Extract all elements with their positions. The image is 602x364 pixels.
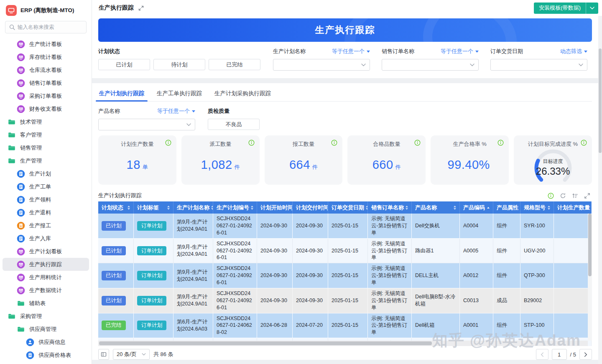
sidebar-item[interactable]: 供应商价格表 [3, 349, 89, 361]
table-row[interactable]: 已计划订单计划第9月-生产计划2024.9A01SCJHXSDD240627-0… [98, 288, 592, 313]
column-header[interactable]: 订单交货日期 [328, 201, 368, 214]
table-row[interactable]: 已计划订单计划第9月-生产计划2024.9A01SCJHXSDD240627-0… [98, 214, 592, 239]
sidebar-item[interactable]: 生产计划 [3, 167, 89, 180]
sidebar-item[interactable]: 销售管理 [3, 141, 89, 154]
quality-option-button[interactable]: 不良品 [208, 119, 260, 130]
column-settings-icon[interactable] [98, 349, 109, 360]
info-icon[interactable] [497, 140, 504, 146]
sidebar-item[interactable]: 生产领料 [3, 193, 89, 206]
sidebar-item[interactable]: 辅助表 [3, 297, 89, 310]
table-section: 生产计划执行跟踪 [98, 190, 592, 362]
filter-select[interactable] [382, 59, 479, 71]
dashboard-icon [17, 273, 25, 282]
sidebar-item[interactable]: 客户管理 [3, 128, 89, 141]
info-icon[interactable] [331, 140, 337, 146]
sidebar-item[interactable]: 采购管理 [3, 310, 89, 323]
tracking-tab[interactable]: 生产工单执行跟踪 [156, 87, 203, 101]
sidebar-item[interactable]: 供应商管理 [3, 323, 89, 336]
column-header[interactable]: 规格型号 [520, 201, 554, 214]
search-icon [9, 24, 15, 30]
page-number-input[interactable] [552, 349, 567, 360]
table-row[interactable]: 已计划订单计划第9月-生产计划2024.9A01SCJHXSDD240627-0… [98, 239, 592, 264]
sidebar-item[interactable]: 仓库流水看板 [3, 64, 89, 76]
caret-down-icon [192, 110, 195, 114]
filter-op-link[interactable]: 等于任意一个 [441, 48, 479, 55]
table-row[interactable]: 已完结订单计划第6月-生产计划2024.6A03SCJHXSDD240627-0… [98, 313, 592, 339]
table-row[interactable]: 已计划订单计划第9月-生产计划2024.9A01SCJHXSDD240627-0… [98, 263, 592, 288]
column-header[interactable]: 生产计划名称 [173, 201, 213, 214]
sidebar-item-label: 生产入库 [29, 235, 51, 242]
search-input[interactable] [18, 24, 82, 30]
info-icon[interactable] [248, 140, 255, 146]
sort-settings-icon[interactable] [572, 193, 578, 199]
info-icon[interactable] [414, 140, 421, 146]
chevron-down-icon[interactable] [586, 7, 598, 10]
sidebar-item[interactable]: 生产计划看板 [3, 245, 89, 258]
sidebar-item[interactable]: 供应商信息 [3, 336, 89, 349]
info-icon[interactable] [165, 140, 171, 146]
tracking-tab[interactable]: 生产计划采购执行跟踪 [214, 87, 272, 101]
page-size-select[interactable]: 20 条/页 [113, 349, 150, 360]
dashboard-icon [17, 66, 25, 74]
sidebar-item[interactable]: 财务收支看板 [3, 102, 89, 115]
filter-fields: 生产计划名称等于任意一个销售订单名称等于任意一个订单交货日期动态筛选 [273, 48, 587, 71]
sidebar-item[interactable]: 生产统计看板 [3, 38, 89, 51]
sidebar-item[interactable]: 销售订单看板 [3, 76, 89, 89]
sidebar-item[interactable]: 生产入库 [3, 232, 89, 245]
column-header[interactable]: 产品属性 [493, 201, 520, 214]
filter-field: 订单交货日期动态筛选 [490, 48, 587, 71]
caret-down-icon [367, 51, 370, 54]
sidebar-item[interactable]: 技术管理 [3, 115, 89, 128]
sidebar-item-label: 辅助表 [29, 300, 46, 307]
filter-op-link[interactable]: 等于任意一个 [332, 48, 370, 55]
sort-icon [454, 206, 456, 210]
sidebar-item[interactable]: 库存统计看板 [3, 51, 89, 64]
column-header[interactable]: 计划标签 [134, 201, 173, 214]
column-header[interactable]: 产品编码 [460, 201, 493, 214]
refresh-icon[interactable] [560, 193, 566, 199]
table-vertical-scrollbar[interactable] [588, 214, 592, 341]
filter-select[interactable] [273, 59, 370, 71]
sidebar-search[interactable] [5, 21, 87, 33]
sidebar-header: ERP (离散制造-MTO) [0, 0, 92, 20]
sidebar-item[interactable]: 生产用料统计 [3, 271, 89, 284]
status-option-button[interactable]: 已完结 [209, 59, 260, 70]
sidebar-item[interactable]: 生产报工 [3, 219, 89, 232]
sidebar-item[interactable]: 生产数据统计 [3, 284, 89, 297]
column-header[interactable]: 销售订单名称 [368, 201, 412, 214]
next-page-button[interactable] [579, 349, 592, 360]
column-header[interactable]: 计划开始时间 [257, 201, 293, 214]
column-header[interactable]: 计划生产数量 [554, 201, 592, 214]
stat-card: 生产合格率 %99.40% [431, 135, 509, 185]
column-header[interactable]: 产品名称 [412, 201, 460, 214]
status-option-button[interactable]: 待计划 [153, 59, 205, 70]
info-icon[interactable] [581, 140, 587, 146]
fullscreen-icon[interactable] [584, 193, 590, 199]
tracking-tab[interactable]: 生产计划执行跟踪 [98, 87, 145, 101]
stat-value: 660件 [352, 158, 421, 172]
page-tab[interactable]: 生产执行跟踪 [99, 4, 144, 12]
install-template-button[interactable]: 安装模板(带数据) [534, 3, 598, 14]
table-horizontal-scrollbar[interactable] [98, 341, 588, 346]
column-header[interactable]: 计划交付时间 [293, 201, 328, 214]
prev-page-button[interactable] [536, 349, 548, 360]
sidebar-item-label: 库存统计看板 [29, 53, 62, 61]
status-option-button[interactable]: 已计划 [98, 59, 150, 70]
column-header[interactable]: 计划状态 [98, 201, 134, 214]
expand-page-icon[interactable] [138, 5, 144, 11]
product-select[interactable] [98, 119, 195, 130]
tracking-tabs: 生产计划执行跟踪生产工单执行跟踪生产计划采购执行跟踪 [98, 83, 592, 102]
page-scrollbar[interactable] [598, 16, 602, 364]
sidebar-item[interactable]: 生产退料 [3, 206, 89, 219]
info-icon[interactable] [548, 193, 554, 199]
sidebar-item[interactable]: 生产管理 [3, 154, 89, 167]
filter-select[interactable] [490, 59, 587, 71]
status-filter-buttons: 已计划待计划已完结 [98, 59, 260, 70]
column-header[interactable]: 生产计划编号 [213, 201, 257, 214]
stat-card: 计划生产数量18单 [98, 135, 176, 185]
sidebar-item[interactable]: 采购订单看板 [3, 89, 89, 102]
filter-op-link[interactable]: 动态筛选 [560, 48, 587, 55]
sidebar-item[interactable]: 生产执行跟踪 [3, 258, 89, 271]
sidebar-item[interactable]: 生产工单 [3, 180, 89, 193]
product-op-link[interactable]: 等于任意一个 [157, 107, 195, 115]
